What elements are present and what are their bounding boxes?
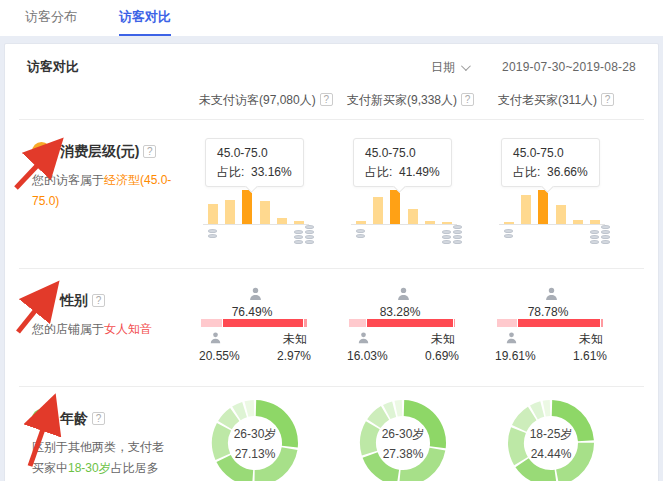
coins-high-icon — [590, 225, 610, 244]
age-chart-unpaid[interactable]: 26-30岁 27.13% — [199, 387, 347, 481]
female-segment — [367, 319, 454, 327]
compare-grid: 未支付访客(97,080人)? 支付新买家(9,338人)? 支付老买家(311… — [5, 82, 658, 481]
bar — [504, 222, 514, 224]
consumption-chart-new-buyers[interactable]: 45.0-75.0 占比: 41.49% — [347, 120, 495, 268]
age-label-cell: 年龄 ? 区别于其他两类，支付老买家中18-30岁占比居多 — [19, 387, 199, 481]
visitor-compare-page: 访客分布 访客对比 访客对比 日期 2019-07-30~2019-08-28 … — [0, 0, 663, 481]
column-header-label: 支付老买家(311人) — [498, 93, 597, 107]
bar-chart — [499, 187, 605, 225]
male-segment — [201, 319, 222, 327]
tooltip-value: 33.16% — [251, 165, 292, 179]
bar — [521, 195, 531, 224]
help-icon[interactable]: ? — [92, 412, 105, 425]
visitor-compare-card: 访客对比 日期 2019-07-30~2019-08-28 未支付访客(97,0… — [4, 43, 659, 481]
consumption-description: 您的访客属于经济型(45.0-75.0) — [32, 170, 172, 212]
tooltip-range: 45.0-75.0 — [217, 144, 292, 163]
bar — [573, 220, 583, 224]
help-icon[interactable]: ? — [461, 93, 474, 106]
desc-text: 占比居多 — [111, 461, 159, 475]
age-title: 年龄 — [60, 410, 88, 428]
consumption-chart-unpaid[interactable]: 45.0-75.0 占比: 33.16% — [199, 120, 347, 268]
consumption-chart-old-buyers[interactable]: 45.0-75.0 占比: 36.66% — [495, 120, 643, 268]
coins-low-icon — [356, 229, 365, 238]
gender-chart-new-buyers[interactable]: 83.28% 16.03% 未知 0.69% — [347, 269, 495, 386]
bar — [260, 201, 270, 224]
tooltip-value: 41.49% — [399, 165, 440, 179]
top-tab-bar: 访客分布 访客对比 — [0, 0, 663, 36]
male-percent: 16.03% — [347, 349, 388, 363]
tooltip-label: 占比: — [365, 165, 392, 179]
bar — [225, 200, 235, 224]
unknown-label: 未知 — [579, 331, 603, 348]
unknown-label: 未知 — [431, 331, 455, 348]
female-percent: 78.78% — [495, 305, 601, 319]
desc-text: 您的店铺属于 — [32, 322, 104, 336]
tab-visitor-distribution[interactable]: 访客分布 — [25, 0, 77, 36]
consumption-title: 消费层级(元) — [60, 143, 139, 161]
help-icon[interactable]: ? — [143, 145, 156, 158]
female-percent: 76.49% — [199, 305, 305, 319]
section-gender: 性别 ? 您的店铺属于女人知音 76.49% 20.55% 未知 — [19, 269, 644, 387]
coins-low-icon — [504, 229, 513, 238]
help-icon[interactable]: ? — [92, 294, 105, 307]
coins-low-icon — [208, 229, 217, 238]
date-dropdown-label: 日期 — [431, 59, 455, 76]
female-percent: 83.28% — [347, 305, 453, 319]
column-header-label: 支付新买家(9,338人) — [347, 93, 457, 107]
desc-highlight: 女人知音 — [104, 322, 152, 336]
help-icon[interactable]: ? — [601, 93, 614, 106]
tab-visitor-compare[interactable]: 访客对比 — [119, 0, 171, 36]
male-icon — [208, 331, 223, 348]
bar — [556, 205, 566, 224]
help-icon[interactable]: ? — [320, 93, 333, 106]
female-icon — [395, 286, 412, 305]
date-filter: 日期 2019-07-30~2019-08-28 — [431, 59, 636, 76]
bar — [590, 220, 600, 224]
date-dropdown[interactable]: 日期 — [431, 59, 468, 76]
gender-bar — [201, 319, 307, 327]
tooltip-range: 45.0-75.0 — [365, 144, 440, 163]
gender-bar — [497, 319, 603, 327]
tooltip-value: 36.66% — [547, 165, 588, 179]
age-chart-new-buyers[interactable]: 26-30岁 27.38% — [347, 387, 495, 481]
gender-chart-old-buyers[interactable]: 78.78% 19.61% 未知 1.61% — [495, 269, 643, 386]
age-person-icon — [32, 409, 51, 428]
female-segment — [518, 319, 600, 327]
age-donut — [359, 399, 447, 481]
age-description: 区别于其他两类，支付老买家中18-30岁占比居多 — [32, 437, 172, 479]
bar — [356, 221, 366, 224]
bar-highlighted — [538, 190, 548, 224]
female-icon — [543, 286, 560, 305]
coins-high-icon — [442, 225, 462, 244]
card-header: 访客对比 日期 2019-07-30~2019-08-28 — [5, 44, 658, 82]
bar — [277, 218, 287, 224]
age-donut — [211, 399, 299, 481]
age-chart-old-buyers[interactable]: 18-25岁 24.44% — [495, 387, 643, 481]
bar — [408, 209, 418, 224]
gender-title: 性别 — [60, 292, 88, 310]
gender-chart-unpaid[interactable]: 76.49% 20.55% 未知 2.97% — [199, 269, 347, 386]
bar — [442, 222, 452, 224]
column-header-unpaid: 未支付访客(97,080人)? — [199, 92, 321, 109]
desc-highlight: 18-30岁 — [68, 461, 111, 475]
consumption-label-cell: ¥ 消费层级(元) ? 您的访客属于经济型(45.0-75.0) — [19, 120, 199, 268]
age-donut — [507, 399, 595, 481]
tooltip-range: 45.0-75.0 — [513, 144, 588, 163]
unknown-segment — [454, 319, 455, 327]
male-icon — [504, 331, 519, 348]
bar-chart — [203, 187, 309, 225]
female-segment — [223, 319, 303, 327]
chart-tooltip: 45.0-75.0 占比: 33.16% — [205, 138, 304, 187]
unknown-segment — [304, 319, 307, 327]
gender-description: 您的店铺属于女人知音 — [32, 319, 172, 340]
unknown-percent: 0.69% — [425, 349, 459, 363]
bar-highlighted — [390, 190, 400, 224]
gender-label-cell: 性别 ? 您的店铺属于女人知音 — [19, 269, 199, 386]
yen-coin-icon: ¥ — [32, 142, 51, 161]
section-consumption: ¥ 消费层级(元) ? 您的访客属于经济型(45.0-75.0) 45.0-75… — [19, 120, 644, 269]
date-range-value[interactable]: 2019-07-30~2019-08-28 — [502, 60, 636, 74]
bar-chart — [351, 187, 457, 225]
column-header-old-buyers: 支付老买家(311人)? — [495, 92, 617, 109]
male-segment — [349, 319, 366, 327]
male-icon — [356, 331, 371, 348]
